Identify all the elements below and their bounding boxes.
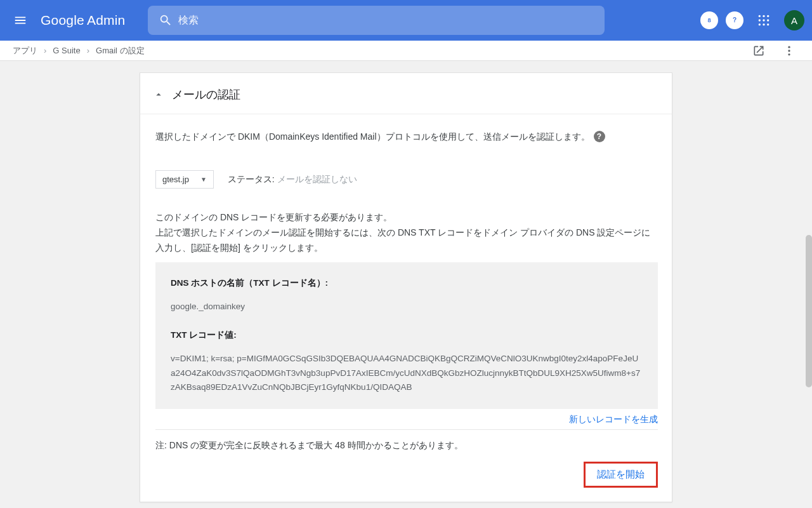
svg-point-10	[759, 23, 761, 25]
scrollbar-thumb[interactable]	[806, 235, 812, 387]
chevron-right-icon: ›	[87, 46, 89, 55]
breadcrumb-item[interactable]: アプリ	[13, 45, 37, 57]
apps-grid-icon[interactable]	[751, 8, 776, 33]
breadcrumb-item[interactable]: Gmail の設定	[96, 45, 145, 57]
svg-point-15	[788, 53, 790, 55]
logo-product: Google	[41, 13, 84, 28]
svg-point-11	[763, 23, 764, 25]
svg-text:8: 8	[707, 17, 710, 23]
dns-host-label: DNS ホストの名前（TXT レコード名）:	[171, 276, 643, 291]
search-icon	[153, 13, 178, 27]
mail-auth-card: メールの認証 選択したドメインで DKIM（DomainKeys Identif…	[140, 72, 672, 502]
svg-point-7	[759, 19, 761, 21]
svg-point-12	[767, 23, 769, 25]
status-label: ステータス:	[228, 174, 275, 184]
product-logo[interactable]: Google Admin	[41, 13, 125, 28]
help-icon[interactable]: ?	[726, 11, 743, 29]
search-box[interactable]	[148, 6, 605, 35]
svg-text:?: ?	[733, 17, 737, 23]
main-content: メールの認証 選択したドメインで DKIM（DomainKeys Identif…	[0, 61, 812, 508]
svg-point-8	[763, 19, 764, 21]
svg-point-6	[767, 15, 769, 17]
avatar[interactable]: A	[784, 10, 804, 30]
header-actions: 8 ? A	[700, 8, 804, 33]
app-header: Google Admin 8 ? A	[0, 0, 812, 41]
card-header: メールの認証	[140, 73, 672, 114]
dropdown-arrow-icon: ▼	[200, 176, 207, 183]
dns-host-value[interactable]: google._domainkey	[171, 300, 643, 314]
more-vert-icon[interactable]	[779, 41, 799, 61]
breadcrumb: アプリ › G Suite › Gmail の設定	[0, 41, 812, 61]
logo-admin: Admin	[87, 13, 126, 28]
menu-icon[interactable]	[8, 8, 33, 33]
help-tooltip-icon[interactable]: ?	[594, 131, 605, 142]
svg-point-5	[763, 15, 764, 17]
card-title: メールの認証	[172, 87, 240, 102]
start-auth-button[interactable]: 認証を開始	[584, 462, 658, 488]
collapse-icon[interactable]	[153, 89, 164, 100]
breadcrumb-item[interactable]: G Suite	[53, 46, 80, 55]
intro-text: 選択したドメインで DKIM（DomainKeys Identified Mai…	[155, 130, 590, 144]
domain-select[interactable]: gtest.jp ▼	[155, 170, 214, 189]
status-value: メールを認証しない	[277, 174, 357, 184]
instruction-line: このドメインの DNS レコードを更新する必要があります。	[155, 210, 658, 225]
instruction-line: 上記で選択したドメインのメール認証を開始するには、次の DNS TXT レコード…	[155, 225, 658, 256]
svg-point-14	[788, 50, 790, 51]
generate-record-link[interactable]: 新しいレコードを生成	[569, 414, 658, 425]
account-icon[interactable]: 8	[700, 11, 718, 29]
svg-point-13	[788, 46, 790, 48]
search-input[interactable]	[178, 15, 599, 26]
dns-note: 注: DNS の変更が完全に反映されるまで最大 48 時間かかることがあります。	[155, 440, 658, 451]
dns-record-box: DNS ホストの名前（TXT レコード名）: google._domainkey…	[155, 262, 658, 410]
chevron-right-icon: ›	[44, 46, 46, 55]
svg-point-4	[759, 15, 761, 17]
open-in-new-icon[interactable]	[749, 41, 769, 61]
avatar-letter: A	[791, 15, 797, 26]
dns-txt-value[interactable]: v=DKIM1; k=rsa; p=MIGfMA0GCSqGSIb3DQEBAQ…	[171, 352, 643, 396]
svg-point-9	[767, 19, 769, 21]
dns-txt-label: TXT レコード値:	[171, 328, 643, 343]
domain-value: gtest.jp	[162, 175, 189, 184]
